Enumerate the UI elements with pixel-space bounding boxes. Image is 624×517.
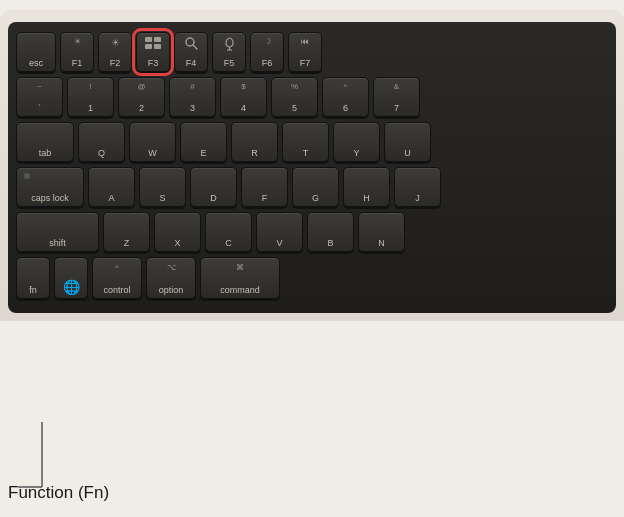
shift-left-label: shift [49, 238, 66, 248]
f3-label: F3 [148, 58, 159, 68]
key-4[interactable]: $ 4 [220, 77, 267, 117]
qwerty-row: tab Q W E R T [16, 122, 608, 162]
h-label: H [363, 193, 370, 203]
key-u[interactable]: U [384, 122, 431, 162]
key-shift-left[interactable]: shift [16, 212, 99, 252]
f5-icon [213, 37, 245, 53]
key-e[interactable]: E [180, 122, 227, 162]
key-control[interactable]: ^ control [92, 257, 142, 299]
key-f6[interactable]: ☽ F6 [250, 32, 284, 72]
key-f5[interactable]: F5 [212, 32, 246, 72]
key-q[interactable]: Q [78, 122, 125, 162]
c-label: C [225, 238, 232, 248]
f3-icon [137, 37, 169, 51]
f2-icon: ☀ [99, 37, 131, 48]
key-f7[interactable]: ⏮ F7 [288, 32, 322, 72]
key-f3[interactable]: F3 [136, 32, 170, 72]
key-a[interactable]: A [88, 167, 135, 207]
key-v[interactable]: V [256, 212, 303, 252]
caret-label: ^ [323, 82, 368, 91]
key-g[interactable]: G [292, 167, 339, 207]
f5-label: F5 [224, 58, 235, 68]
key-esc[interactable]: esc [16, 32, 56, 72]
key-t[interactable]: T [282, 122, 329, 162]
key-command[interactable]: ⌘ command [200, 257, 280, 299]
key-d[interactable]: D [190, 167, 237, 207]
key-r[interactable]: R [231, 122, 278, 162]
f6-label: F6 [262, 58, 273, 68]
tab-label: tab [39, 148, 52, 158]
key-z[interactable]: Z [103, 212, 150, 252]
globe-icon: 🌐 [63, 279, 80, 295]
key-globe[interactable]: 🌐 [54, 257, 88, 299]
key-j[interactable]: J [394, 167, 441, 207]
key-capslock[interactable]: caps lock [16, 167, 84, 207]
key-fn[interactable]: fn [16, 257, 50, 299]
capslock-label: caps lock [31, 193, 69, 203]
fn-label: fn [29, 285, 37, 295]
key-s[interactable]: S [139, 167, 186, 207]
key-backtick[interactable]: ~ ` [16, 77, 63, 117]
at-label: @ [119, 82, 164, 91]
r-label: R [251, 148, 258, 158]
2-label: 2 [139, 103, 144, 113]
e-label: E [200, 148, 206, 158]
key-7[interactable]: & 7 [373, 77, 420, 117]
key-3[interactable]: # 3 [169, 77, 216, 117]
backtick-label: ` [38, 103, 41, 113]
t-label: T [303, 148, 309, 158]
key-w[interactable]: W [129, 122, 176, 162]
5-label: 5 [292, 103, 297, 113]
key-c[interactable]: C [205, 212, 252, 252]
f7-label: F7 [300, 58, 311, 68]
svg-rect-1 [154, 37, 161, 42]
3-label: 3 [190, 103, 195, 113]
zxcv-row: shift Z X C V B [16, 212, 608, 252]
control-label: control [103, 285, 130, 295]
n-label: N [378, 238, 385, 248]
f4-label: F4 [186, 58, 197, 68]
key-5[interactable]: % 5 [271, 77, 318, 117]
y-label: Y [353, 148, 359, 158]
key-x[interactable]: X [154, 212, 201, 252]
key-6[interactable]: ^ 6 [322, 77, 369, 117]
percent-label: % [272, 82, 317, 91]
command-icon: ⌘ [201, 263, 279, 272]
capslock-indicator [24, 173, 30, 179]
key-f4[interactable]: F4 [174, 32, 208, 72]
svg-rect-2 [145, 44, 152, 49]
key-f2[interactable]: ☀ F2 [98, 32, 132, 72]
svg-rect-0 [145, 37, 152, 42]
f-label: F [262, 193, 268, 203]
keyboard-body: esc ☀ F1 ☀ F2 [8, 22, 616, 313]
key-h[interactable]: H [343, 167, 390, 207]
key-option[interactable]: ⌥ option [146, 257, 196, 299]
svg-rect-3 [154, 44, 161, 49]
7-label: 7 [394, 103, 399, 113]
option-label: option [159, 285, 184, 295]
4-label: 4 [241, 103, 246, 113]
key-n[interactable]: N [358, 212, 405, 252]
amp-label: & [374, 82, 419, 91]
key-tab[interactable]: tab [16, 122, 74, 162]
key-f[interactable]: F [241, 167, 288, 207]
control-icon: ^ [93, 263, 141, 272]
d-label: D [210, 193, 217, 203]
number-row: ~ ` ! 1 @ 2 # 3 [16, 77, 608, 117]
keyboard-container: esc ☀ F1 ☀ F2 [0, 10, 624, 321]
key-2[interactable]: @ 2 [118, 77, 165, 117]
asdf-row: caps lock A S D F G [16, 167, 608, 207]
key-1[interactable]: ! 1 [67, 77, 114, 117]
f6-icon: ☽ [251, 37, 283, 46]
1-label: 1 [88, 103, 93, 113]
exclaim-label: ! [68, 82, 113, 91]
key-y[interactable]: Y [333, 122, 380, 162]
key-b[interactable]: B [307, 212, 354, 252]
key-f1[interactable]: ☀ F1 [60, 32, 94, 72]
f1-label: F1 [72, 58, 83, 68]
fn-row: esc ☀ F1 ☀ F2 [16, 32, 608, 72]
g-label: G [312, 193, 319, 203]
tilde-label: ~ [17, 82, 62, 91]
annotation-area: Function (Fn) [8, 483, 109, 503]
f2-label: F2 [110, 58, 121, 68]
